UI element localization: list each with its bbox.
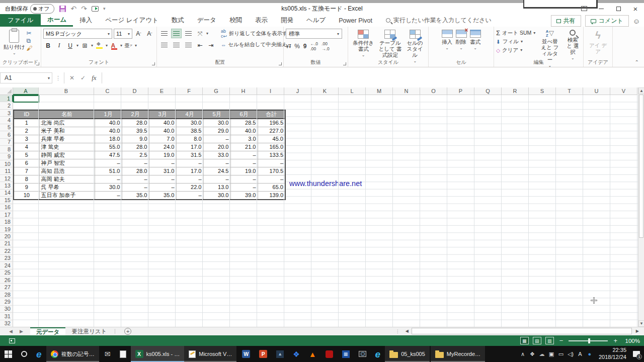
- column-header-M[interactable]: M: [366, 87, 393, 95]
- cell-value[interactable]: 65.0: [258, 183, 285, 191]
- excel-window[interactable]: Xks005.xls - …: [131, 346, 185, 362]
- align-bottom-button[interactable]: [183, 29, 194, 38]
- cell-value[interactable]: 29.0: [203, 127, 230, 135]
- conditional-formatting-button[interactable]: 条件付き 書式⌄: [350, 29, 376, 58]
- column-header-P[interactable]: P: [447, 87, 474, 95]
- cell-value[interactable]: –: [149, 159, 176, 167]
- ribbon-tab-開発[interactable]: 開発: [274, 14, 300, 27]
- formula-input[interactable]: [102, 72, 644, 83]
- sheet-tab-元データ[interactable]: 元データ: [30, 327, 66, 335]
- font-family-select[interactable]: MS Pゴシック▾: [43, 29, 112, 39]
- row-header-10[interactable]: 10: [0, 160, 13, 167]
- zoom-slider-thumb[interactable]: [588, 338, 590, 343]
- fill-button[interactable]: ⬇フィル▾: [496, 37, 535, 46]
- cell-name[interactable]: 北海 尚広: [39, 119, 95, 127]
- row-header-3[interactable]: 3: [0, 110, 13, 117]
- feedback-smiley-icon[interactable]: ☺: [633, 17, 640, 25]
- cell-value[interactable]: –: [95, 175, 122, 183]
- row-header-26[interactable]: 26: [0, 277, 13, 284]
- align-right-button[interactable]: [183, 40, 194, 50]
- cell-name[interactable]: 兵庫 早希: [39, 135, 95, 143]
- sheet-tab-要注意リスト[interactable]: 要注意リスト: [65, 327, 113, 335]
- cell-name[interactable]: 高岡 範夫: [39, 175, 95, 183]
- row-header-9[interactable]: 9: [0, 153, 13, 160]
- column-header-K[interactable]: K: [311, 87, 339, 95]
- tray-chevron-up-icon[interactable]: ∧: [518, 346, 527, 362]
- row-header-28[interactable]: 28: [0, 291, 13, 298]
- cell-value[interactable]: 45.0: [258, 135, 285, 143]
- ruby-button[interactable]: 亜ァ: [124, 41, 133, 50]
- cell-value[interactable]: 28.0: [122, 167, 149, 175]
- column-header-G[interactable]: G: [203, 87, 230, 95]
- ribbon-tab-数式[interactable]: 数式: [165, 14, 191, 27]
- sheet-prev-icon[interactable]: ◀: [9, 329, 13, 334]
- row-header-19[interactable]: 19: [0, 226, 13, 233]
- ribbon-tab-ファイル[interactable]: ファイル: [0, 14, 41, 27]
- cell-value[interactable]: –: [258, 159, 285, 167]
- tray-speaker-icon[interactable]: ◁): [566, 346, 575, 362]
- undo-icon[interactable]: ↶: [71, 5, 77, 12]
- cell-id[interactable]: 4: [14, 143, 39, 151]
- cell-value[interactable]: 40.0: [149, 119, 176, 127]
- row-header-7[interactable]: 7: [0, 139, 13, 146]
- new-sheet-button[interactable]: +: [124, 328, 131, 335]
- cell-value[interactable]: 40.0: [95, 127, 122, 135]
- cell-value[interactable]: –: [230, 151, 258, 159]
- word-icon[interactable]: W: [237, 346, 255, 362]
- row-header-17[interactable]: 17: [0, 211, 13, 218]
- alignment-dialog-launcher[interactable]: [279, 62, 282, 65]
- cell-value[interactable]: –: [176, 159, 203, 167]
- cut-icon[interactable]: ✂: [27, 30, 33, 36]
- cell-value[interactable]: 7.0: [149, 135, 176, 143]
- restore-button[interactable]: [610, 3, 627, 14]
- cells-area[interactable]: ID名前1月2月3月4月5月6月合計1北海 尚広40.028.040.030.0…: [13, 95, 638, 327]
- cell-value[interactable]: 39.5: [122, 127, 149, 135]
- cell-value[interactable]: –: [203, 175, 230, 183]
- powerpoint-icon[interactable]: P: [255, 346, 272, 362]
- cell-name[interactable]: 呉 早希: [39, 183, 95, 191]
- scroll-right-icon[interactable]: ▶: [634, 329, 641, 333]
- share-button[interactable]: 共有: [551, 15, 581, 27]
- align-middle-button[interactable]: [171, 29, 182, 38]
- align-center-button[interactable]: [171, 40, 182, 50]
- tray-dropbox-icon[interactable]: ❖: [528, 346, 537, 362]
- align-left-button[interactable]: [159, 40, 170, 50]
- name-box-splitter[interactable]: ⋮: [52, 75, 64, 81]
- cell-value[interactable]: –: [122, 159, 149, 167]
- cell-value[interactable]: 30.0: [95, 183, 122, 191]
- cell-value[interactable]: 133.5: [258, 151, 285, 159]
- merge-center-button[interactable]: ⇔セルを結合して中央揃え▾: [221, 40, 293, 50]
- redo-icon[interactable]: ↷: [81, 5, 87, 12]
- row-header-15[interactable]: 15: [0, 197, 13, 204]
- zoom-out-icon[interactable]: −: [558, 337, 565, 344]
- cell-value[interactable]: 30.0: [203, 191, 230, 200]
- row-header-1[interactable]: 1: [0, 95, 13, 102]
- ribbon-tab-挿入[interactable]: 挿入: [73, 14, 99, 27]
- font-color-caret[interactable]: ▾: [120, 43, 122, 48]
- fill-color-caret[interactable]: ▾: [106, 43, 108, 48]
- cell-name[interactable]: 静岡 威宏: [39, 151, 95, 159]
- column-header-R[interactable]: R: [502, 87, 529, 95]
- cell-value[interactable]: –: [122, 175, 149, 183]
- vertical-scroll-thumb[interactable]: [639, 95, 643, 238]
- cell-value[interactable]: 13.0: [203, 183, 230, 191]
- row-header-21[interactable]: 21: [0, 240, 13, 247]
- cell-value[interactable]: 30.0: [203, 119, 230, 127]
- cell-value[interactable]: 47.5: [95, 151, 122, 159]
- cell-value[interactable]: 28.5: [230, 119, 258, 127]
- row-header-4[interactable]: 4: [0, 117, 13, 124]
- cell-value[interactable]: 3.0: [230, 135, 258, 143]
- decrease-indent-icon[interactable]: ⇤: [195, 40, 205, 50]
- cell-value[interactable]: –: [230, 175, 258, 183]
- mail-icon[interactable]: ✉: [100, 346, 115, 362]
- row-header-32[interactable]: 32: [0, 320, 13, 327]
- folder-05-ks005-window[interactable]: 05_ks005: [385, 346, 430, 362]
- column-header-N[interactable]: N: [393, 87, 420, 95]
- align-top-button[interactable]: [159, 29, 170, 38]
- cell-name[interactable]: 神戸 智宏: [39, 159, 95, 167]
- scroll-left-icon[interactable]: ◀: [404, 329, 411, 333]
- underline-caret[interactable]: ▾: [76, 43, 78, 48]
- tray-ime-icon[interactable]: A: [576, 346, 585, 362]
- column-header-O[interactable]: O: [420, 87, 447, 95]
- cell-value[interactable]: –: [149, 175, 176, 183]
